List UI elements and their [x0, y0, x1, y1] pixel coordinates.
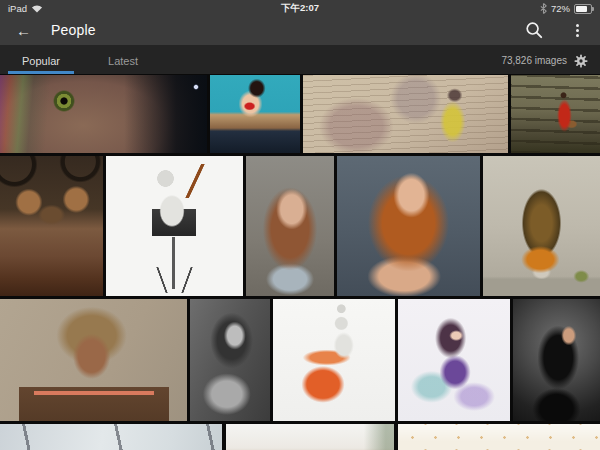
photo-red-bikini-pool[interactable] — [210, 75, 300, 153]
tab-popular[interactable]: Popular — [8, 45, 74, 76]
photo-watercolor-woman[interactable] — [398, 299, 510, 421]
photo-black-lace-portrait[interactable] — [513, 299, 600, 421]
app-bar: ← People — [0, 17, 600, 45]
photo-redhead-portrait[interactable] — [337, 156, 480, 296]
photo-freckled-girl[interactable] — [246, 156, 334, 296]
status-bar: iPad 下午2:07 72% — [0, 0, 600, 17]
status-time: 下午2:07 — [118, 2, 482, 15]
photo-pale-window[interactable] — [0, 424, 222, 450]
battery-icon — [574, 4, 592, 14]
settings-button[interactable] — [574, 54, 588, 68]
people-gallery-screen: iPad 下午2:07 72% ← People — [0, 0, 600, 450]
gear-icon — [574, 54, 588, 68]
photo-hair-top[interactable] — [226, 424, 394, 450]
page-title: People — [51, 22, 96, 38]
photo-grid — [0, 74, 600, 450]
photo-orange-gown-archway[interactable] — [483, 156, 600, 296]
photo-grunge-yellow-dress[interactable] — [303, 75, 508, 153]
photo-bw-scarf-portrait[interactable] — [190, 299, 270, 421]
photo-red-dress-suitcase[interactable] — [511, 75, 600, 153]
overflow-menu-button[interactable] — [573, 22, 582, 39]
device-label: iPad — [8, 3, 27, 14]
bluetooth-icon — [540, 3, 547, 14]
tab-latest[interactable]: Latest — [90, 45, 156, 76]
tab-bar: Popular Latest 73,826 images — [0, 45, 600, 76]
battery-percent: 72% — [551, 3, 570, 14]
overflow-menu-icon — [576, 24, 579, 27]
tab-popular-label: Popular — [22, 55, 60, 67]
back-button[interactable]: ← — [16, 23, 31, 38]
photo-conductor-figurine[interactable] — [106, 156, 243, 296]
image-count: 73,826 images — [501, 55, 567, 66]
photo-pigtails-bicycles[interactable] — [0, 156, 103, 296]
photo-cream-speckles[interactable] — [398, 424, 600, 450]
photo-eye-closeup[interactable] — [0, 75, 207, 153]
search-button[interactable] — [525, 21, 543, 39]
wifi-icon — [31, 4, 43, 13]
search-icon — [525, 21, 543, 39]
tab-latest-label: Latest — [108, 55, 138, 67]
photo-shrimp-pot-figurine[interactable] — [273, 299, 395, 421]
photo-village-girl[interactable] — [0, 299, 187, 421]
